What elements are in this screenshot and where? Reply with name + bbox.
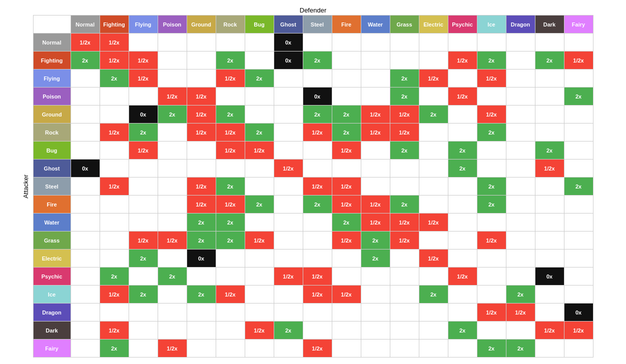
cell-psychic-fighting: 2x	[100, 268, 129, 286]
cell-ground-electric: 2x	[419, 106, 448, 124]
cell-fire-normal	[71, 196, 100, 214]
cell-poison-fighting	[100, 88, 129, 106]
cell-ghost-steel	[303, 160, 332, 178]
cell-dark-normal	[71, 322, 100, 340]
cell-dark-fairy: 1/2x	[564, 322, 593, 340]
table-row: Fire1/2x1/2x2x2x1/2x1/2x2x2x	[33, 196, 593, 214]
cell-dragon-rock	[216, 304, 245, 322]
cell-fairy-ice: 2x	[477, 340, 506, 358]
cell-psychic-ghost: 1/2x	[274, 268, 303, 286]
cell-fire-steel: 2x	[303, 196, 332, 214]
cell-dragon-ground	[187, 304, 216, 322]
cell-normal-ground	[187, 34, 216, 52]
cell-ground-dragon	[506, 106, 535, 124]
cell-poison-ground: 1/2x	[187, 88, 216, 106]
cell-dark-bug: 1/2x	[245, 322, 274, 340]
cell-psychic-poison: 2x	[158, 268, 187, 286]
cell-rock-water: 1/2x	[361, 124, 390, 142]
cell-fighting-grass	[390, 52, 419, 70]
cell-ground-fairy	[564, 106, 593, 124]
cell-fairy-steel: 1/2x	[303, 340, 332, 358]
cell-poison-grass: 2x	[390, 88, 419, 106]
cell-grass-rock: 2x	[216, 232, 245, 250]
table-row: Fighting2x1/2x1/2x2x0x2x1/2x2x2x1/2x	[33, 52, 593, 70]
cell-steel-fire: 1/2x	[332, 178, 361, 196]
cell-normal-ghost: 0x	[274, 34, 303, 52]
cell-ghost-ghost: 1/2x	[274, 160, 303, 178]
row-label-flying: Flying	[33, 70, 71, 88]
cell-fire-ice: 2x	[477, 196, 506, 214]
cell-steel-dark	[535, 178, 564, 196]
cell-fairy-normal	[71, 340, 100, 358]
cell-normal-grass	[390, 34, 419, 52]
cell-normal-fire	[332, 34, 361, 52]
cell-bug-grass: 2x	[390, 142, 419, 160]
cell-rock-fighting: 1/2x	[100, 124, 129, 142]
cell-electric-normal	[71, 250, 100, 268]
row-label-grass: Grass	[33, 232, 71, 250]
cell-dark-dark: 1/2x	[535, 322, 564, 340]
cell-fire-fighting	[100, 196, 129, 214]
cell-flying-poison	[158, 70, 187, 88]
cell-poison-steel: 0x	[303, 88, 332, 106]
cell-fighting-flying: 1/2x	[129, 52, 158, 70]
cell-steel-fighting: 1/2x	[100, 178, 129, 196]
cell-electric-fire	[332, 250, 361, 268]
cell-bug-ice	[477, 142, 506, 160]
cell-fairy-water	[361, 340, 390, 358]
cell-dark-psychic: 2x	[448, 322, 477, 340]
cell-fairy-rock	[216, 340, 245, 358]
row-label-electric: Electric	[33, 250, 71, 268]
row-label-normal: Normal	[33, 34, 71, 52]
cell-psychic-fire	[332, 268, 361, 286]
cell-rock-poison	[158, 124, 187, 142]
cell-psychic-ice	[477, 268, 506, 286]
cell-fairy-bug	[245, 340, 274, 358]
cell-psychic-water	[361, 268, 390, 286]
row-label-dark: Dark	[33, 322, 71, 340]
cell-dark-poison	[158, 322, 187, 340]
cell-ghost-dragon	[506, 160, 535, 178]
cell-dark-dragon	[506, 322, 535, 340]
cell-ground-bug	[245, 106, 274, 124]
cell-flying-rock: 1/2x	[216, 70, 245, 88]
cell-dragon-ghost	[274, 304, 303, 322]
cell-ice-ground: 2x	[187, 286, 216, 304]
cell-bug-fighting	[100, 142, 129, 160]
cell-psychic-flying	[129, 268, 158, 286]
cell-steel-ice: 2x	[477, 178, 506, 196]
cell-fighting-water	[361, 52, 390, 70]
table-row: Steel1/2x1/2x2x1/2x1/2x2x2x	[33, 178, 593, 196]
col-header-bug: Bug	[245, 16, 274, 34]
cell-fairy-fairy	[564, 340, 593, 358]
cell-fighting-normal: 2x	[71, 52, 100, 70]
cell-poison-bug	[245, 88, 274, 106]
cell-rock-fire: 2x	[332, 124, 361, 142]
table-row: Electric2x0x2x1/2x	[33, 250, 593, 268]
cell-grass-fire: 1/2x	[332, 232, 361, 250]
row-label-fighting: Fighting	[33, 52, 71, 70]
cell-poison-normal	[71, 88, 100, 106]
cell-ghost-fighting	[100, 160, 129, 178]
cell-ground-ground: 1/2x	[187, 106, 216, 124]
row-label-ground: Ground	[33, 106, 71, 124]
cell-ice-fairy	[564, 286, 593, 304]
cell-ice-grass	[390, 286, 419, 304]
cell-psychic-psychic: 1/2x	[448, 268, 477, 286]
cell-steel-psychic	[448, 178, 477, 196]
cell-poison-flying	[129, 88, 158, 106]
cell-dark-fire	[332, 322, 361, 340]
cell-bug-electric	[419, 142, 448, 160]
cell-water-ground: 2x	[187, 214, 216, 232]
cell-fire-flying	[129, 196, 158, 214]
cell-fighting-bug	[245, 52, 274, 70]
cell-flying-fire	[332, 70, 361, 88]
cell-grass-steel	[303, 232, 332, 250]
table-row: Water2x2x2x1/2x1/2x1/2x	[33, 214, 593, 232]
col-header-ghost: Ghost	[274, 16, 303, 34]
cell-poison-electric	[419, 88, 448, 106]
cell-fairy-ground	[187, 340, 216, 358]
cell-electric-water: 2x	[361, 250, 390, 268]
cell-fighting-poison	[158, 52, 187, 70]
cell-water-water: 1/2x	[361, 214, 390, 232]
